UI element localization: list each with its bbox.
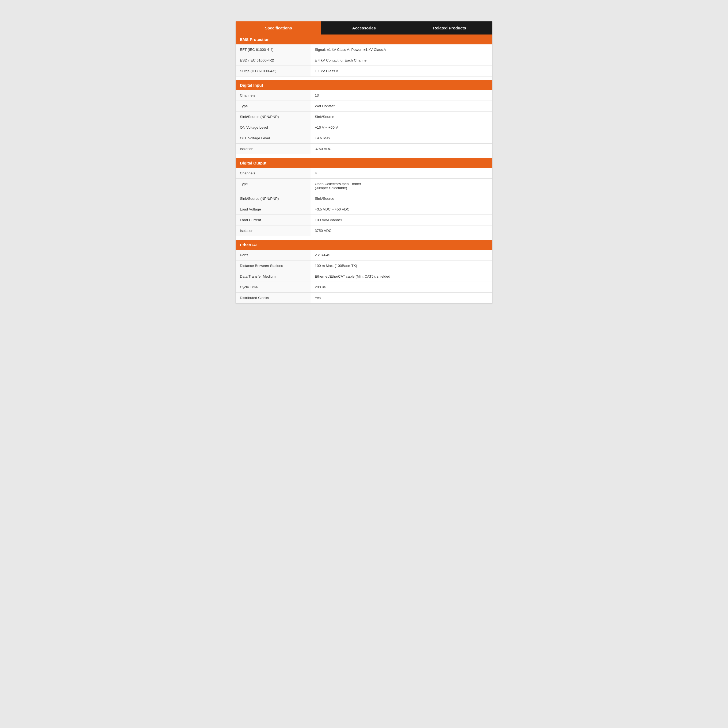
spec-label: Sink/Source (NPN/PNP) — [236, 193, 310, 204]
spec-label: Cycle Time — [236, 282, 310, 292]
section-digital-input: Digital InputChannels13TypeWet ContactSi… — [236, 80, 492, 154]
spec-label: Channels — [236, 168, 310, 178]
spec-value: 4 — [310, 168, 492, 178]
spec-row: TypeOpen Collector/Open Emitter (Jumper … — [236, 179, 492, 193]
section-header-ethercat: EtherCAT — [236, 240, 492, 250]
spec-row: Sink/Source (NPN/PNP)Sink/Source — [236, 112, 492, 122]
spec-value: 3750 VDC — [310, 225, 492, 236]
spec-row: Distance Between Stations100 m Max. (100… — [236, 260, 492, 271]
spec-value: Wet Contact — [310, 101, 492, 111]
spec-value: 3750 VDC — [310, 144, 492, 154]
spec-label: Data Transfer Medium — [236, 271, 310, 281]
spec-value: +10 V ~ +50 V — [310, 122, 492, 133]
spec-row: Surge (IEC 61000-4-5)± 1 kV Class A — [236, 66, 492, 76]
spec-row: TypeWet Contact — [236, 101, 492, 112]
spec-value: +3.5 VDC ~ +50 VDC — [310, 204, 492, 214]
spec-label: Load Voltage — [236, 204, 310, 214]
tab-specifications[interactable]: Specifications — [236, 21, 321, 35]
spec-row: ESD (IEC 61000-4-2)± 4 kV Contact for Ea… — [236, 55, 492, 66]
spec-value: Sink/Source — [310, 112, 492, 122]
spec-label: Channels — [236, 90, 310, 101]
section-header-digital-input: Digital Input — [236, 80, 492, 90]
spec-row: Isolation3750 VDC — [236, 225, 492, 236]
spec-value: Yes — [310, 292, 492, 303]
section-gap-2 — [236, 154, 492, 158]
spec-row: OFF Voltage Level+4 V Max. — [236, 133, 492, 144]
spec-value: Sink/Source — [310, 193, 492, 204]
spec-label: Load Current — [236, 215, 310, 225]
spec-row: Load Current100 mA/Channel — [236, 215, 492, 225]
spec-value: Ethernet/EtherCAT cable (Min. CAT5), shi… — [310, 271, 492, 281]
spec-label: Distance Between Stations — [236, 260, 310, 271]
spec-value: 13 — [310, 90, 492, 101]
spec-label: Surge (IEC 61000-4-5) — [236, 66, 310, 76]
spec-row: EFT (IEC 61000-4-4)Signal: ±1 kV Class A… — [236, 44, 492, 55]
tab-accessories[interactable]: Accessories — [321, 21, 407, 35]
section-gap-3 — [236, 236, 492, 240]
spec-row: Channels13 — [236, 90, 492, 101]
section-header-ems-protection: EMS Protection — [236, 35, 492, 44]
spec-value: +4 V Max. — [310, 133, 492, 143]
section-ethercat: EtherCATPorts2 x RJ-45Distance Between S… — [236, 240, 492, 303]
spec-value: 100 mA/Channel — [310, 215, 492, 225]
spec-row: Isolation3750 VDC — [236, 144, 492, 154]
spec-row: Load Voltage+3.5 VDC ~ +50 VDC — [236, 204, 492, 215]
spec-row: Channels4 — [236, 168, 492, 179]
section-ems-protection: EMS ProtectionEFT (IEC 61000-4-4)Signal:… — [236, 35, 492, 76]
spec-row: Distributed ClocksYes — [236, 292, 492, 303]
section-gap-1 — [236, 76, 492, 80]
spec-label: Type — [236, 179, 310, 193]
spec-row: Data Transfer MediumEthernet/EtherCAT ca… — [236, 271, 492, 282]
spec-row: Sink/Source (NPN/PNP)Sink/Source — [236, 193, 492, 204]
spec-label: ESD (IEC 61000-4-2) — [236, 55, 310, 66]
spec-label: Isolation — [236, 225, 310, 236]
spec-label: ON Voltage Level — [236, 122, 310, 133]
spec-value: Open Collector/Open Emitter (Jumper Sele… — [310, 179, 492, 193]
spec-label: Sink/Source (NPN/PNP) — [236, 112, 310, 122]
section-header-digital-output: Digital Output — [236, 158, 492, 168]
spec-row: Cycle Time200 us — [236, 282, 492, 292]
spec-label: Isolation — [236, 144, 310, 154]
spec-row: Ports2 x RJ-45 — [236, 250, 492, 260]
spec-label: Type — [236, 101, 310, 111]
spec-value: 100 m Max. (100Base-TX) — [310, 260, 492, 271]
spec-label: Ports — [236, 250, 310, 260]
tab-related-products[interactable]: Related Products — [407, 21, 492, 35]
spec-label: Distributed Clocks — [236, 292, 310, 303]
spec-row: ON Voltage Level+10 V ~ +50 V — [236, 122, 492, 133]
spec-content: EMS ProtectionEFT (IEC 61000-4-4)Signal:… — [236, 35, 492, 303]
spec-value: Signal: ±1 kV Class A; Power: ±1 kV Clas… — [310, 44, 492, 55]
spec-value: ± 4 kV Contact for Each Channel — [310, 55, 492, 66]
tabs-bar: Specifications Accessories Related Produ… — [236, 21, 492, 35]
section-digital-output: Digital OutputChannels4TypeOpen Collecto… — [236, 158, 492, 236]
main-container: Specifications Accessories Related Produ… — [236, 21, 492, 303]
spec-value: ± 1 kV Class A — [310, 66, 492, 76]
spec-label: EFT (IEC 61000-4-4) — [236, 44, 310, 55]
spec-value: 200 us — [310, 282, 492, 292]
spec-value: 2 x RJ-45 — [310, 250, 492, 260]
spec-label: OFF Voltage Level — [236, 133, 310, 143]
